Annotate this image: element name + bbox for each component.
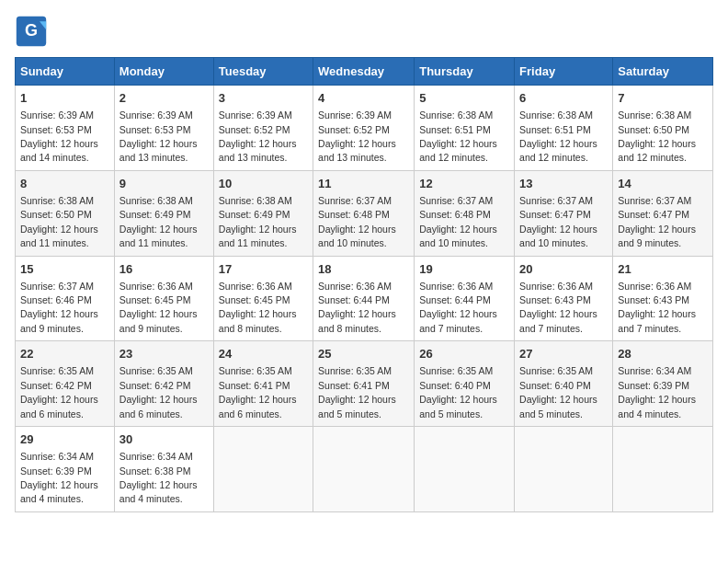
- day-number: 21: [618, 261, 708, 278]
- sunset: Sunset: 6:43 PM: [618, 294, 689, 305]
- sunset: Sunset: 6:51 PM: [519, 124, 591, 135]
- calendar-cell: 14Sunrise: 6:37 AMSunset: 6:47 PMDayligh…: [613, 170, 713, 256]
- sunrise: Sunrise: 6:34 AM: [618, 365, 691, 376]
- sunset: Sunset: 6:52 PM: [219, 124, 290, 135]
- daylight: Daylight: 12 hours and 9 minutes.: [618, 224, 696, 248]
- col-header-thursday: Thursday: [415, 58, 515, 86]
- sunset: Sunset: 6:39 PM: [618, 380, 689, 391]
- header: G: [15, 15, 713, 48]
- sunset: Sunset: 6:42 PM: [20, 380, 92, 391]
- day-number: 10: [219, 176, 308, 192]
- sunset: Sunset: 6:50 PM: [618, 124, 689, 135]
- day-number: 6: [519, 90, 608, 107]
- daylight: Daylight: 12 hours and 4 minutes.: [119, 479, 198, 504]
- daylight: Daylight: 12 hours and 11 minutes.: [119, 224, 198, 248]
- daylight: Daylight: 12 hours and 6 minutes.: [119, 394, 198, 419]
- day-number: 14: [618, 176, 708, 192]
- sunrise: Sunrise: 6:38 AM: [519, 109, 593, 121]
- daylight: Daylight: 12 hours and 8 minutes.: [318, 308, 396, 333]
- day-number: 2: [119, 90, 209, 107]
- sunset: Sunset: 6:52 PM: [318, 124, 390, 135]
- day-number: 27: [519, 346, 608, 362]
- daylight: Daylight: 12 hours and 9 minutes.: [20, 308, 98, 333]
- sunset: Sunset: 6:42 PM: [119, 380, 191, 391]
- calendar-cell: 26Sunrise: 6:35 AMSunset: 6:40 PMDayligh…: [415, 341, 515, 427]
- calendar-cell: 2Sunrise: 6:39 AMSunset: 6:53 PMDaylight…: [114, 86, 213, 171]
- day-number: 20: [519, 261, 608, 278]
- sunrise: Sunrise: 6:36 AM: [618, 281, 691, 292]
- day-number: 23: [119, 346, 209, 362]
- svg-text:G: G: [25, 21, 38, 40]
- sunset: Sunset: 6:44 PM: [419, 294, 491, 305]
- sunrise: Sunrise: 6:36 AM: [318, 281, 392, 292]
- sunset: Sunset: 6:41 PM: [219, 380, 290, 391]
- sunrise: Sunrise: 6:35 AM: [419, 365, 493, 376]
- col-header-tuesday: Tuesday: [213, 58, 313, 86]
- sunrise: Sunrise: 6:37 AM: [618, 195, 691, 206]
- day-number: 7: [618, 90, 708, 107]
- day-number: 8: [20, 176, 109, 192]
- sunrise: Sunrise: 6:35 AM: [20, 365, 94, 376]
- calendar-cell: 27Sunrise: 6:35 AMSunset: 6:40 PMDayligh…: [515, 341, 613, 427]
- calendar-cell: 3Sunrise: 6:39 AMSunset: 6:52 PMDaylight…: [213, 86, 313, 171]
- calendar-cell: [613, 427, 713, 512]
- sunset: Sunset: 6:38 PM: [119, 465, 191, 477]
- day-number: 13: [519, 176, 608, 192]
- daylight: Daylight: 12 hours and 9 minutes.: [119, 308, 198, 333]
- sunrise: Sunrise: 6:39 AM: [219, 109, 292, 121]
- sunrise: Sunrise: 6:37 AM: [318, 195, 392, 206]
- calendar-cell: 4Sunrise: 6:39 AMSunset: 6:52 PMDaylight…: [313, 86, 415, 171]
- calendar-cell: 15Sunrise: 6:37 AMSunset: 6:46 PMDayligh…: [16, 256, 115, 341]
- sunset: Sunset: 6:48 PM: [318, 209, 390, 220]
- sunrise: Sunrise: 6:39 AM: [119, 109, 193, 121]
- sunrise: Sunrise: 6:38 AM: [20, 195, 94, 206]
- calendar-cell: 28Sunrise: 6:34 AMSunset: 6:39 PMDayligh…: [613, 341, 713, 427]
- sunrise: Sunrise: 6:38 AM: [618, 109, 691, 121]
- sunrise: Sunrise: 6:35 AM: [318, 365, 392, 376]
- week-row-1: 1Sunrise: 6:39 AMSunset: 6:53 PMDaylight…: [16, 86, 713, 171]
- daylight: Daylight: 12 hours and 5 minutes.: [318, 394, 396, 419]
- col-header-sunday: Sunday: [16, 58, 115, 86]
- calendar-cell: 21Sunrise: 6:36 AMSunset: 6:43 PMDayligh…: [613, 256, 713, 341]
- day-number: 28: [618, 346, 708, 362]
- sunset: Sunset: 6:40 PM: [419, 380, 491, 391]
- calendar-cell: [213, 427, 313, 512]
- day-number: 22: [20, 346, 109, 362]
- daylight: Daylight: 12 hours and 6 minutes.: [219, 394, 297, 419]
- daylight: Daylight: 12 hours and 11 minutes.: [219, 224, 297, 248]
- sunset: Sunset: 6:39 PM: [20, 465, 92, 477]
- daylight: Daylight: 12 hours and 6 minutes.: [20, 394, 98, 419]
- day-number: 3: [219, 90, 308, 107]
- col-header-monday: Monday: [114, 58, 213, 86]
- sunrise: Sunrise: 6:38 AM: [419, 109, 493, 121]
- col-header-saturday: Saturday: [613, 58, 713, 86]
- calendar-cell: 11Sunrise: 6:37 AMSunset: 6:48 PMDayligh…: [313, 170, 415, 256]
- daylight: Daylight: 12 hours and 11 minutes.: [20, 224, 98, 248]
- calendar-cell: [415, 427, 515, 512]
- calendar-cell: 29Sunrise: 6:34 AMSunset: 6:39 PMDayligh…: [16, 427, 115, 512]
- calendar-cell: 9Sunrise: 6:38 AMSunset: 6:49 PMDaylight…: [114, 170, 213, 256]
- day-number: 5: [419, 90, 509, 107]
- daylight: Daylight: 12 hours and 5 minutes.: [519, 394, 597, 419]
- daylight: Daylight: 12 hours and 12 minutes.: [519, 138, 597, 163]
- daylight: Daylight: 12 hours and 7 minutes.: [419, 308, 497, 333]
- day-number: 18: [318, 261, 409, 278]
- day-number: 26: [419, 346, 509, 362]
- col-header-friday: Friday: [515, 58, 613, 86]
- day-number: 12: [419, 176, 509, 192]
- calendar-table: SundayMondayTuesdayWednesdayThursdayFrid…: [15, 57, 713, 512]
- day-number: 24: [219, 346, 308, 362]
- sunset: Sunset: 6:46 PM: [20, 294, 92, 305]
- sunrise: Sunrise: 6:39 AM: [318, 109, 392, 121]
- logo-icon: G: [15, 15, 48, 48]
- sunset: Sunset: 6:45 PM: [219, 294, 290, 305]
- week-row-4: 22Sunrise: 6:35 AMSunset: 6:42 PMDayligh…: [16, 341, 713, 427]
- sunset: Sunset: 6:53 PM: [20, 124, 92, 135]
- calendar-cell: 13Sunrise: 6:37 AMSunset: 6:47 PMDayligh…: [515, 170, 613, 256]
- sunrise: Sunrise: 6:35 AM: [219, 365, 292, 376]
- sunset: Sunset: 6:41 PM: [318, 380, 390, 391]
- calendar-cell: 8Sunrise: 6:38 AMSunset: 6:50 PMDaylight…: [16, 170, 115, 256]
- sunrise: Sunrise: 6:38 AM: [119, 195, 193, 206]
- sunrise: Sunrise: 6:35 AM: [519, 365, 593, 376]
- calendar-cell: 25Sunrise: 6:35 AMSunset: 6:41 PMDayligh…: [313, 341, 415, 427]
